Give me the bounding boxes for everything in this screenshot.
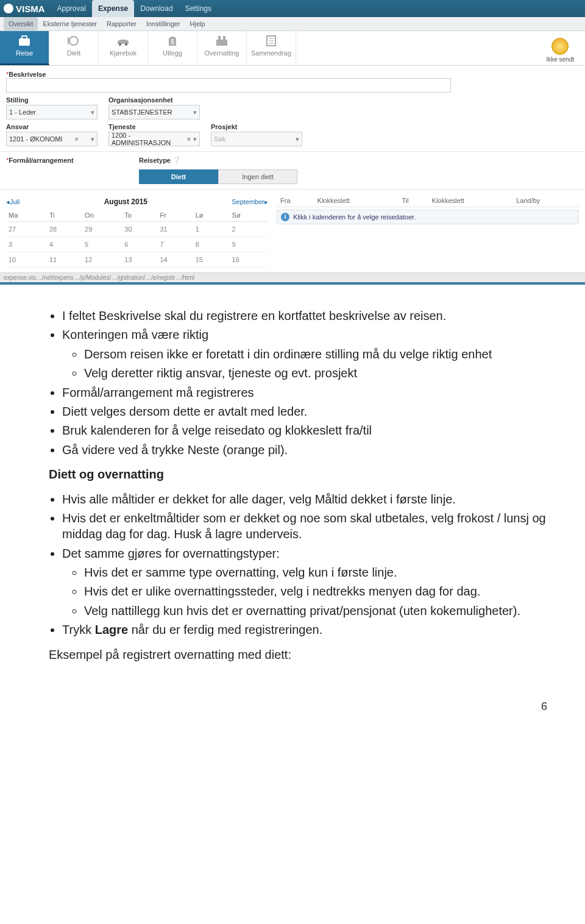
paragraph: Eksempel på registrert overnatting med d… <box>49 647 547 663</box>
status-badge: Ikke sendt <box>546 38 574 63</box>
label-stilling: Stilling <box>6 96 98 104</box>
section-heading: Diett og overnatting <box>49 466 547 482</box>
document-body: I feltet Beskrivelse skal du registrere … <box>0 285 585 693</box>
calendar-grid[interactable]: MaTiOnToFrLøSø 272829303112 3456789 1011… <box>6 209 268 268</box>
reisetype-ingen-diett[interactable]: Ingen diett <box>218 169 297 184</box>
select-tjeneste[interactable]: 1200 - ADMINISTRASJON×▾ <box>108 132 200 146</box>
page-number: 6 <box>0 693 585 728</box>
select-ansvar[interactable]: 1201 - ØKONOMI×▾ <box>6 132 98 146</box>
date-panel: FraKlokkeslettTilKlokkeslettLand/by iKli… <box>277 194 579 268</box>
list-item: Gå videre ved å trykke Neste (orange pil… <box>62 442 547 458</box>
subtab-innstillinger[interactable]: Innstillinger <box>141 17 185 30</box>
toptab-download[interactable]: Download <box>134 0 179 17</box>
list-item: I feltet Beskrivelse skal du registrere … <box>62 308 547 324</box>
list-item: Dersom reisen ikke er foretatt i din ord… <box>84 346 547 362</box>
subtab-oversikt[interactable]: Oversikt <box>4 17 38 30</box>
label-beskrivelse: Beskrivelse <box>9 71 46 78</box>
list-item: Hvis det er enkeltmåltider som er dekket… <box>62 510 547 542</box>
step-tabs: Reise Diett Kjørebok $Utlegg Overnatting… <box>0 31 585 66</box>
subtab-eksterne[interactable]: Eksterne tjenester <box>38 17 102 30</box>
input-beskrivelse[interactable] <box>6 78 451 93</box>
svg-rect-9 <box>223 36 225 40</box>
url-bar: expense.vis…/net/expens…/p/Modules/…/gis… <box>0 272 585 282</box>
status-icon <box>551 38 569 55</box>
clear-icon[interactable]: × <box>74 135 78 143</box>
label-tjeneste: Tjeneste <box>108 123 200 130</box>
step-sammendrag[interactable]: Sammendrag <box>247 31 296 65</box>
step-kjorebok[interactable]: Kjørebok <box>99 31 148 65</box>
list-item: Hvis det er ulike overnattingssteder, ve… <box>84 583 547 599</box>
label-orgenhet: Organisasjonsenhet <box>108 96 200 104</box>
visma-screenshot: VISMA Approval Expense Download Settings… <box>0 0 585 285</box>
svg-rect-8 <box>218 36 221 40</box>
list-item: Diett velges dersom dette er avtalt med … <box>62 403 547 419</box>
brand: VISMA <box>4 4 45 14</box>
list-item: Formål/arrangement må registreres <box>62 385 547 400</box>
svg-rect-1 <box>22 36 27 39</box>
sub-nav: Oversikt Eksterne tjenester Rapporter In… <box>0 17 585 31</box>
step-utlegg[interactable]: $Utlegg <box>148 31 197 65</box>
label-formaal: Formål/arrangement <box>9 157 73 164</box>
cal-month: August 2015 <box>104 197 147 206</box>
chevron-down-icon: ▾ <box>193 108 197 116</box>
svg-point-4 <box>119 43 121 46</box>
list-item: Velg nattillegg kun hvis det er overnatt… <box>84 603 547 619</box>
logo-icon <box>4 4 13 13</box>
cal-prev[interactable]: ◂Juli <box>6 198 20 206</box>
select-stilling[interactable]: 1 - Leder▾ <box>6 105 98 119</box>
info-icon: i <box>281 213 289 221</box>
subtab-rapporter[interactable]: Rapporter <box>102 17 141 30</box>
step-overnatting[interactable]: Overnatting <box>197 31 247 65</box>
calendar: ◂Juli August 2015 September▸ MaTiOnToFrL… <box>6 194 268 268</box>
list-item: Hvis alle måltider er dekket for alle da… <box>62 491 547 507</box>
list-item: Det samme gjøres for overnattingstyper: … <box>62 546 547 619</box>
list-item: Konteringen må være riktig Dersom reisen… <box>62 327 547 381</box>
svg-point-5 <box>125 43 127 46</box>
step-reise[interactable]: Reise <box>0 31 49 65</box>
svg-rect-7 <box>216 40 227 46</box>
svg-text:$: $ <box>171 38 174 45</box>
list-item: Velg deretter riktig ansvar, tjeneste og… <box>84 365 547 381</box>
svg-point-2 <box>69 37 78 45</box>
label-ansvar: Ansvar <box>6 123 98 130</box>
clear-icon[interactable]: × <box>187 135 191 143</box>
help-icon[interactable]: ❔ <box>172 157 181 164</box>
label-reisetype: Reisetype <box>139 157 171 164</box>
svg-rect-3 <box>68 37 69 44</box>
select-orgenhet[interactable]: STABSTJENESTER▾ <box>108 105 200 119</box>
chevron-down-icon: ▾ <box>91 108 94 116</box>
top-nav: VISMA Approval Expense Download Settings <box>0 0 585 17</box>
select-prosjekt[interactable]: Søk▾ <box>211 132 302 146</box>
toptab-approval[interactable]: Approval <box>51 0 92 17</box>
chevron-down-icon: ▾ <box>296 135 299 143</box>
chevron-down-icon: ▾ <box>91 135 94 143</box>
list-item: Bruk kalenderen for å velge reisedato og… <box>62 422 547 438</box>
list-item: Hvis det er samme type overnatting, velg… <box>84 564 547 580</box>
step-diett[interactable]: Diett <box>49 31 99 65</box>
toptab-expense[interactable]: Expense <box>92 0 134 17</box>
info-banner: iKlikk i kalenderen for å velge reisedat… <box>277 210 579 224</box>
form: *Beskrivelse Stilling 1 - Leder▾ Organis… <box>0 66 585 272</box>
list-item: Trykk Lagre når du er ferdig med registr… <box>62 622 547 638</box>
cal-next[interactable]: September▸ <box>232 198 268 206</box>
reisetype-diett[interactable]: Diett <box>139 169 218 184</box>
chevron-down-icon: ▾ <box>193 135 197 143</box>
label-prosjekt: Prosjekt <box>211 123 302 130</box>
subtab-hjelp[interactable]: Hjelp <box>185 17 210 30</box>
toptab-settings[interactable]: Settings <box>179 0 218 17</box>
